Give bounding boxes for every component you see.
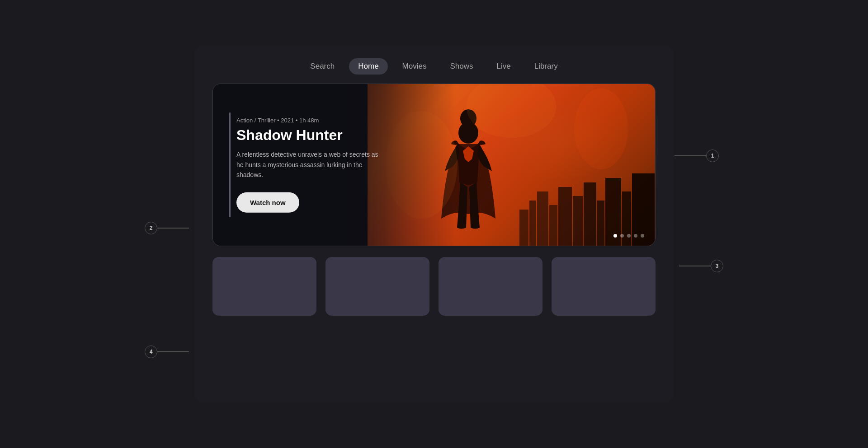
svg-point-15: [467, 84, 557, 138]
hero-card: Action / Thriller • 2021 • 1h 48m Shadow…: [212, 84, 656, 246]
svg-point-14: [574, 89, 628, 169]
thumbnail-card-1[interactable]: [212, 257, 316, 316]
annotation-4-line: [157, 351, 189, 352]
carousel-dot-2[interactable]: [620, 234, 624, 238]
carousel-dot-5[interactable]: [641, 234, 644, 238]
thumbnail-card-2[interactable]: [326, 257, 429, 316]
carousel-dot-1[interactable]: [613, 234, 617, 238]
tv-screen: Search Home Movies Shows Live Library: [194, 46, 674, 402]
hero-title: Shadow Hunter: [229, 127, 383, 143]
annotation-3-circle: 3: [711, 260, 723, 272]
annotation-2-circle: 2: [145, 222, 157, 234]
annotation-3: 3: [679, 260, 723, 272]
hero-info: Action / Thriller • 2021 • 1h 48m Shadow…: [229, 117, 383, 213]
nav-live[interactable]: Live: [487, 58, 519, 75]
nav-shows[interactable]: Shows: [441, 58, 482, 75]
annotation-1: 1: [675, 149, 719, 162]
navigation: Search Home Movies Shows Live Library: [194, 46, 674, 84]
thumbnail-card-4[interactable]: [552, 257, 656, 316]
carousel-dot-4[interactable]: [634, 234, 637, 238]
nav-movies[interactable]: Movies: [393, 58, 436, 75]
hero-meta: Action / Thriller • 2021 • 1h 48m: [229, 117, 383, 124]
annotation-1-circle: 1: [706, 149, 719, 162]
annotation-4-circle: 4: [145, 345, 157, 358]
carousel-dot-3[interactable]: [627, 234, 631, 238]
main-content: Action / Thriller • 2021 • 1h 48m Shadow…: [194, 84, 674, 402]
carousel-indicator: [613, 234, 644, 238]
thumbnail-card-3[interactable]: [439, 257, 542, 316]
thumbnail-strip: [212, 257, 656, 316]
annotation-2-line: [157, 228, 189, 229]
watch-now-button[interactable]: Watch now: [236, 192, 299, 213]
annotation-2: 2: [145, 222, 189, 234]
annotation-4: 4: [145, 345, 189, 358]
nav-library[interactable]: Library: [525, 58, 567, 75]
annotation-3-line: [679, 266, 711, 266]
annotation-1-line: [675, 155, 706, 156]
app-frame: Search Home Movies Shows Live Library: [194, 46, 674, 402]
hero-description: A relentless detective unravels a web of…: [229, 149, 383, 180]
nav-search[interactable]: Search: [301, 58, 344, 75]
hero-left-border-decoration: [229, 112, 231, 217]
nav-home[interactable]: Home: [349, 58, 387, 75]
